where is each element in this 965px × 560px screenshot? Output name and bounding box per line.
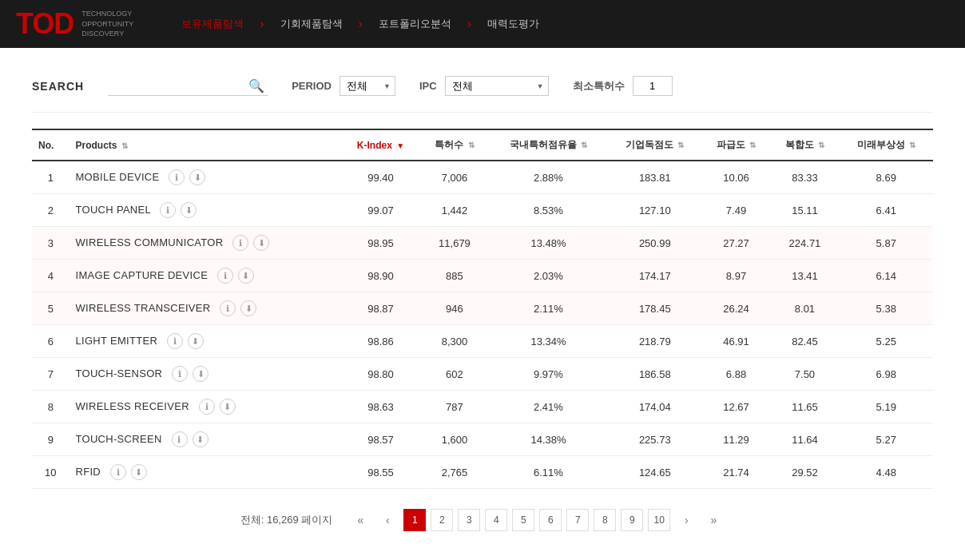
nav-item-2[interactable]: 포트폴리오분석 bbox=[363, 17, 467, 31]
period-select-wrap: 전체 bbox=[340, 76, 395, 96]
page-btn-1[interactable]: 1 bbox=[403, 509, 426, 531]
monopoly-sort-icon[interactable]: ⇅ bbox=[677, 141, 684, 149]
download-icon[interactable]: ⬇ bbox=[253, 235, 269, 251]
cell-complexity: 29.52 bbox=[770, 456, 839, 489]
cell-product: TOUCH PANEL ℹ ⬇ bbox=[69, 194, 341, 227]
cell-domestic: 9.97% bbox=[489, 358, 608, 391]
cell-impact: 21.74 bbox=[702, 456, 771, 489]
cell-kindex: 98.63 bbox=[341, 391, 420, 423]
nav-item-0[interactable]: 보유제품탐색 bbox=[165, 17, 260, 31]
cell-no: 1 bbox=[32, 161, 69, 194]
nav-item-3[interactable]: 매력도평가 bbox=[471, 17, 555, 31]
cell-complexity: 224.71 bbox=[770, 227, 839, 260]
cell-product: WIRELESS TRANSCEIVER ℹ ⬇ bbox=[69, 292, 341, 325]
table-row: 1 MOBILE DEVICE ℹ ⬇ 99.40 7,006 2.88% 18… bbox=[32, 161, 933, 194]
download-icon[interactable]: ⬇ bbox=[240, 300, 256, 316]
products-sort-icon[interactable]: ⇅ bbox=[121, 141, 128, 150]
cell-monopoly: 218.79 bbox=[608, 325, 702, 358]
page-btn-6[interactable]: 6 bbox=[539, 509, 562, 531]
main-content: SEARCH 🔍 PERIOD 전체 IPC 전체 최소특허수 bbox=[0, 48, 965, 560]
search-input[interactable] bbox=[108, 77, 268, 96]
page-btn-10[interactable]: 10 bbox=[648, 509, 670, 531]
page-btn-3[interactable]: 3 bbox=[458, 509, 480, 531]
info-icon[interactable]: ℹ bbox=[220, 300, 236, 316]
min-patent-input[interactable] bbox=[633, 76, 673, 96]
nav-item-1[interactable]: 기회제품탐색 bbox=[264, 17, 359, 31]
info-icon[interactable]: ℹ bbox=[172, 431, 188, 447]
last-page-btn[interactable]: » bbox=[702, 509, 725, 531]
cell-no: 8 bbox=[32, 391, 69, 423]
info-icon[interactable]: ℹ bbox=[199, 399, 215, 415]
patents-sort-icon[interactable]: ⇅ bbox=[468, 141, 475, 149]
info-icon[interactable]: ℹ bbox=[172, 366, 188, 382]
page-btn-2[interactable]: 2 bbox=[431, 509, 453, 531]
cell-future: 8.69 bbox=[839, 161, 933, 194]
cell-domestic: 2.11% bbox=[489, 292, 608, 325]
cell-monopoly: 250.99 bbox=[608, 227, 702, 260]
cell-impact: 10.06 bbox=[702, 161, 771, 194]
cell-kindex: 98.57 bbox=[341, 423, 420, 456]
download-icon[interactable]: ⬇ bbox=[193, 366, 208, 382]
cell-future: 5.27 bbox=[839, 423, 933, 456]
download-icon[interactable]: ⬇ bbox=[238, 268, 254, 284]
cell-product: WIRELESS RECEIVER ℹ ⬇ bbox=[69, 391, 341, 423]
cell-kindex: 99.40 bbox=[341, 161, 420, 194]
download-icon[interactable]: ⬇ bbox=[189, 169, 205, 185]
future-sort-icon[interactable]: ⇅ bbox=[909, 141, 915, 149]
page-btn-7[interactable]: 7 bbox=[566, 509, 589, 531]
cell-product: LIGHT EMITTER ℹ ⬇ bbox=[69, 325, 341, 358]
cell-patents: 1,442 bbox=[420, 194, 489, 227]
info-icon[interactable]: ℹ bbox=[167, 333, 183, 349]
next-page-btn[interactable]: › bbox=[675, 509, 697, 531]
download-icon[interactable]: ⬇ bbox=[181, 202, 197, 218]
products-table: No. Products ⇅ K-Index ▼ 특허수 ⇅ bbox=[32, 129, 933, 489]
search-icon[interactable]: 🔍 bbox=[248, 78, 264, 93]
info-icon[interactable]: ℹ bbox=[160, 202, 176, 218]
ipc-select[interactable]: 전체 bbox=[445, 76, 549, 96]
action-icons: ℹ ⬇ bbox=[169, 169, 205, 185]
cell-kindex: 99.07 bbox=[341, 194, 420, 227]
period-label: PERIOD bbox=[292, 80, 332, 92]
download-icon[interactable]: ⬇ bbox=[131, 464, 147, 480]
pagination: 전체: 16,269 페이지 « ‹ 12345678910 › » bbox=[32, 489, 933, 539]
cell-impact: 12.67 bbox=[702, 391, 771, 423]
logo-area: TOD TECHNOLOGY OPPORTUNITY DISCOVERY bbox=[16, 9, 133, 39]
col-future: 미래부상성 ⇅ bbox=[839, 129, 933, 161]
page-btn-5[interactable]: 5 bbox=[512, 509, 534, 531]
cell-monopoly: 127.10 bbox=[608, 194, 702, 227]
cell-monopoly: 178.45 bbox=[608, 292, 702, 325]
ipc-select-wrap: 전체 bbox=[445, 76, 549, 96]
cell-no: 6 bbox=[32, 325, 69, 358]
cell-future: 5.38 bbox=[839, 292, 933, 325]
cell-impact: 46.91 bbox=[702, 325, 771, 358]
action-icons: ℹ ⬇ bbox=[160, 202, 197, 218]
impact-sort-icon[interactable]: ⇅ bbox=[749, 141, 756, 149]
page-btn-4[interactable]: 4 bbox=[485, 509, 507, 531]
info-icon[interactable]: ℹ bbox=[232, 235, 248, 251]
cell-patents: 11,679 bbox=[420, 227, 489, 260]
cell-no: 5 bbox=[32, 292, 69, 325]
prev-page-btn[interactable]: ‹ bbox=[376, 509, 399, 531]
kindex-sort-icon[interactable]: ▼ bbox=[396, 141, 404, 150]
cell-impact: 6.88 bbox=[702, 358, 771, 391]
first-page-btn[interactable]: « bbox=[349, 509, 371, 531]
cell-no: 10 bbox=[32, 456, 69, 489]
info-icon[interactable]: ℹ bbox=[110, 464, 126, 480]
info-icon[interactable]: ℹ bbox=[217, 268, 233, 284]
info-icon[interactable]: ℹ bbox=[169, 169, 185, 185]
action-icons: ℹ ⬇ bbox=[217, 268, 254, 284]
download-icon[interactable]: ⬇ bbox=[188, 333, 204, 349]
cell-complexity: 8.01 bbox=[770, 292, 839, 325]
cell-product: IMAGE CAPTURE DEVICE ℹ ⬇ bbox=[69, 260, 341, 292]
download-icon[interactable]: ⬇ bbox=[193, 431, 208, 447]
page-btn-9[interactable]: 9 bbox=[621, 509, 643, 531]
period-select[interactable]: 전체 bbox=[340, 76, 395, 96]
cell-kindex: 98.90 bbox=[341, 260, 420, 292]
download-icon[interactable]: ⬇ bbox=[220, 399, 236, 415]
complexity-sort-icon[interactable]: ⇅ bbox=[818, 141, 824, 149]
page-info: 전체: 16,269 페이지 bbox=[240, 513, 333, 527]
page-btn-8[interactable]: 8 bbox=[594, 509, 616, 531]
cell-product: WIRELESS COMMUNICATOR ℹ ⬇ bbox=[69, 227, 341, 260]
action-icons: ℹ ⬇ bbox=[172, 431, 208, 447]
domestic-sort-icon[interactable]: ⇅ bbox=[581, 141, 587, 149]
